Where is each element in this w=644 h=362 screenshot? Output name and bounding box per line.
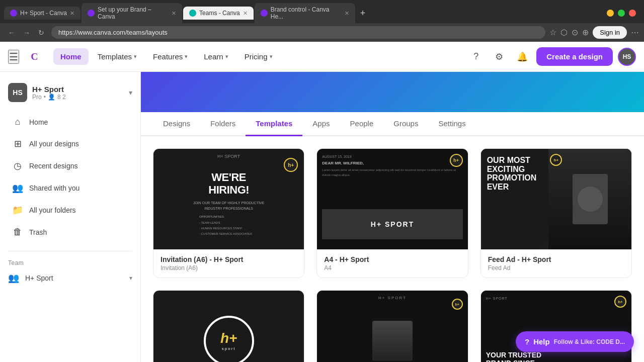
template-info-1: Invitation (A6) - H+ Sport Invitation (A… bbox=[153, 249, 304, 278]
reload-button[interactable]: ↻ bbox=[35, 28, 47, 38]
nav-templates-chevron: ▾ bbox=[134, 53, 137, 60]
tab-favicon-2 bbox=[88, 10, 95, 17]
sidebar-item-shared[interactable]: 👥 Shared with you bbox=[4, 177, 136, 199]
template-card-2[interactable]: h+ AUGUST 15, 2019 DEAR MR. WILFRIED, Lo… bbox=[316, 148, 468, 278]
star-icon[interactable]: ☆ bbox=[549, 28, 556, 37]
team-members-icon: 👤 bbox=[48, 94, 55, 101]
template-card-1[interactable]: H+ SPORT h+ WE'REHIRING! JOIN OUR TEAM O… bbox=[153, 148, 304, 278]
browser-tab-2[interactable]: Set up your Brand – Canva ✕ bbox=[82, 3, 182, 23]
tab-label-1: H+ Sport - Canva bbox=[20, 10, 67, 17]
profile-icon[interactable]: ⊙ bbox=[572, 28, 578, 37]
avatar-initials: HS bbox=[623, 53, 631, 60]
tab-folders[interactable]: Folders bbox=[200, 112, 246, 136]
minimize-button[interactable] bbox=[607, 10, 614, 17]
hamburger-button[interactable]: ☰ bbox=[8, 50, 19, 64]
help-label: Help bbox=[533, 337, 550, 346]
extension-icon[interactable]: ⬡ bbox=[560, 28, 568, 37]
tab-favicon-3 bbox=[189, 10, 196, 17]
team-avatar: HS bbox=[8, 83, 27, 102]
browser-nav-buttons: ← → ↻ bbox=[5, 28, 47, 38]
template-thumb-2: h+ AUGUST 15, 2019 DEAR MR. WILFRIED, Lo… bbox=[317, 149, 467, 249]
hero-banner bbox=[141, 72, 644, 112]
tab-settings[interactable]: Settings bbox=[428, 112, 475, 136]
bookmark-icon[interactable]: ⊕ bbox=[582, 28, 589, 37]
tab-close-2[interactable]: ✕ bbox=[172, 10, 176, 17]
tab-designs[interactable]: Designs bbox=[153, 112, 200, 136]
tab-bar: H+ Sport - Canva ✕ Set up your Brand – C… bbox=[0, 0, 644, 23]
sidebar-item-home[interactable]: ⌂ Home bbox=[4, 112, 136, 132]
tab-groups[interactable]: Groups bbox=[383, 112, 428, 136]
tab-templates-label: Templates bbox=[256, 119, 292, 128]
top-nav: ☰ C Home Templates ▾ Features ▾ Learn ▾ bbox=[0, 42, 644, 72]
notifications-button[interactable]: 🔔 bbox=[513, 48, 531, 66]
help-fab-button[interactable]: ? Help Follow & Like: CODE D... bbox=[516, 331, 634, 352]
nav-learn[interactable]: Learn ▾ bbox=[197, 48, 235, 65]
tab-favicon-1 bbox=[10, 10, 17, 17]
team-chevron-icon: ▾ bbox=[129, 88, 132, 97]
nav-features[interactable]: Features ▾ bbox=[146, 48, 195, 65]
help-button[interactable]: ? bbox=[467, 48, 485, 66]
browser-tab-1[interactable]: H+ Sport - Canva ✕ bbox=[4, 7, 80, 20]
templates-content: H+ SPORT h+ WE'REHIRING! JOIN OUR TEAM O… bbox=[141, 136, 644, 362]
team-members: 8 2 bbox=[57, 94, 66, 101]
browser-tab-3[interactable]: Teams - Canva ✕ bbox=[183, 7, 254, 20]
window-controls bbox=[607, 10, 640, 17]
new-tab-button[interactable]: + bbox=[356, 7, 370, 20]
sidebar-team-hplus[interactable]: 👥 H+ Sport ▾ bbox=[0, 268, 140, 288]
nav-pricing-label: Pricing bbox=[245, 52, 268, 61]
template-card-5[interactable]: H+ SPORT h+ Social Post - H+ Sport Socia… bbox=[316, 290, 468, 362]
sidebar-item-trash[interactable]: 🗑 Trash bbox=[4, 222, 136, 242]
address-bar[interactable] bbox=[51, 26, 545, 39]
create-design-button[interactable]: Create a design bbox=[536, 47, 613, 66]
sidebar-item-folders[interactable]: 📁 All your folders bbox=[4, 200, 136, 221]
sign-in-button[interactable]: Sign in bbox=[593, 26, 627, 39]
sidebar-divider bbox=[8, 251, 132, 251]
close-button[interactable] bbox=[629, 10, 636, 17]
maximize-button[interactable] bbox=[618, 10, 625, 17]
help-icon: ? bbox=[525, 337, 529, 346]
tab-people[interactable]: People bbox=[340, 112, 384, 136]
template-title-3: Feed Ad - H+ Sport bbox=[488, 255, 624, 263]
tabs-bar: Designs Folders Templates Apps People Gr… bbox=[141, 112, 644, 136]
menu-dots-icon[interactable]: ⋯ bbox=[631, 28, 639, 37]
canva-logo-icon: C bbox=[25, 48, 43, 66]
nav-features-label: Features bbox=[153, 52, 183, 61]
tab-close-3[interactable]: ✕ bbox=[243, 10, 248, 17]
sidebar-all-designs-label: All your designs bbox=[29, 140, 79, 148]
sidebar-folders-label: All your folders bbox=[29, 206, 76, 214]
sidebar-team-hplus-label: H+ Sport bbox=[25, 274, 53, 282]
tab-apps[interactable]: Apps bbox=[302, 112, 340, 136]
recent-icon: ◷ bbox=[12, 160, 23, 171]
template-card-3[interactable]: OUR MOSTEXCITINGPROMOTIONEVER h+ Feed Ad… bbox=[480, 148, 632, 278]
sidebar-home-label: Home bbox=[29, 118, 48, 126]
tab-label-2: Set up your Brand – Canva bbox=[98, 6, 169, 20]
sidebar-nav: ⌂ Home ⊞ All your designs ◷ Recent desig… bbox=[0, 107, 140, 247]
tab-close-1[interactable]: ✕ bbox=[70, 10, 74, 17]
team-plan: Pro bbox=[32, 94, 42, 101]
template-thumb-1: H+ SPORT h+ WE'REHIRING! JOIN OUR TEAM O… bbox=[153, 149, 304, 249]
create-design-label: Create a design bbox=[546, 52, 603, 61]
sidebar-item-recent[interactable]: ◷ Recent designs bbox=[4, 155, 136, 176]
back-button[interactable]: ← bbox=[5, 28, 18, 38]
settings-button[interactable]: ⚙ bbox=[490, 48, 508, 66]
all-designs-icon: ⊞ bbox=[12, 138, 23, 149]
templates-grid: H+ SPORT h+ WE'REHIRING! JOIN OUR TEAM O… bbox=[153, 148, 632, 362]
nav-templates[interactable]: Templates ▾ bbox=[91, 48, 144, 65]
sidebar-item-all-designs[interactable]: ⊞ All your designs bbox=[4, 133, 136, 154]
template-thumb-3: OUR MOSTEXCITINGPROMOTIONEVER h+ bbox=[481, 149, 631, 249]
tab-templates[interactable]: Templates bbox=[246, 112, 302, 136]
template-card-4[interactable]: h+ sport Logo - H+ Sport Logo bbox=[153, 290, 304, 362]
logo[interactable]: C bbox=[25, 48, 43, 66]
nav-pricing-chevron: ▾ bbox=[270, 53, 273, 60]
nav-pricing[interactable]: Pricing ▾ bbox=[237, 48, 280, 65]
forward-button[interactable]: → bbox=[20, 28, 33, 38]
tab-settings-label: Settings bbox=[438, 119, 465, 128]
team-header[interactable]: HS H+ Sport Pro • 👤 8 2 ▾ bbox=[0, 78, 140, 107]
user-avatar[interactable]: HS bbox=[618, 48, 636, 66]
tab-close-4[interactable]: ✕ bbox=[345, 10, 349, 17]
team-item-icon: 👥 bbox=[8, 273, 19, 284]
address-bar-row: ← → ↻ ☆ ⬡ ⊙ ⊕ Sign in ⋯ bbox=[0, 23, 644, 42]
home-icon: ⌂ bbox=[12, 117, 23, 127]
nav-home[interactable]: Home bbox=[53, 48, 89, 65]
browser-tab-4[interactable]: Brand control - Canva He... ✕ bbox=[255, 3, 355, 23]
